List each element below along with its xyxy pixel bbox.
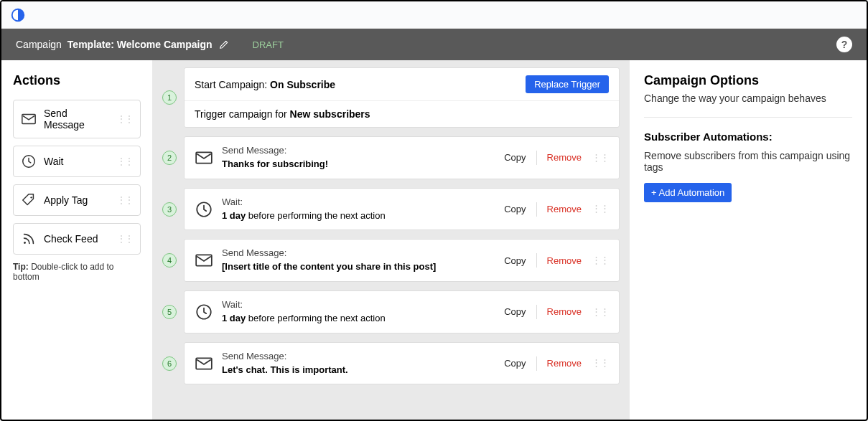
copy-button[interactable]: Copy	[504, 204, 526, 214]
automations-hint: Remove subscribers from this campaign us…	[644, 150, 852, 173]
pencil-icon[interactable]	[218, 39, 230, 50]
action-apply-tag[interactable]: Apply Tag ⋮⋮	[13, 184, 141, 216]
drag-handle-icon[interactable]: ⋮⋮	[592, 207, 609, 212]
start-body: Trigger campaign for New subscribers	[185, 101, 619, 127]
step-card[interactable]: Send Message:Thanks for subscribing!Copy…	[184, 136, 620, 179]
rss-icon	[21, 231, 37, 247]
step-text: Send Message:[Insert title of the conten…	[222, 247, 436, 274]
remove-button[interactable]: Remove	[547, 306, 582, 317]
action-send-message[interactable]: Send Message ⋮⋮	[13, 100, 141, 138]
separator	[536, 151, 537, 165]
drag-handle-icon[interactable]: ⋮⋮	[592, 310, 609, 315]
start-title: Start Campaign: On Subscribe	[195, 79, 335, 90]
clock-icon	[195, 303, 213, 321]
separator	[536, 305, 537, 319]
envelope-icon	[195, 251, 213, 270]
remove-button[interactable]: Remove	[547, 255, 582, 266]
drag-handle-icon[interactable]: ⋮⋮	[117, 114, 133, 124]
header-title: Template: Welcome Campaign	[67, 39, 213, 50]
drag-handle-icon[interactable]: ⋮⋮	[592, 156, 609, 161]
action-label: Check Feed	[44, 233, 98, 245]
step-number-5: 5	[162, 305, 177, 319]
options-heading: Campaign Options	[644, 73, 852, 88]
envelope-icon	[21, 111, 37, 127]
automations-heading: Subscriber Automations:	[644, 131, 852, 143]
step-number-2: 2	[162, 151, 177, 165]
drag-handle-icon[interactable]: ⋮⋮	[592, 361, 609, 366]
brand-logo-icon	[10, 7, 26, 23]
replace-trigger-button[interactable]: Replace Trigger	[526, 75, 609, 93]
campaign-options-panel: Campaign Options Change the way your cam…	[630, 60, 867, 420]
clock-icon	[195, 200, 213, 219]
step-number-4: 4	[162, 253, 177, 268]
divider	[644, 117, 852, 118]
step-number-3: 3	[162, 202, 177, 217]
action-label: Apply Tag	[44, 194, 88, 206]
copy-button[interactable]: Copy	[504, 306, 526, 317]
envelope-icon	[195, 148, 213, 167]
actions-sidebar: Actions Send Message ⋮⋮ Wait ⋮⋮ Apply Ta…	[1, 60, 152, 420]
start-campaign-card[interactable]: Start Campaign: On Subscribe Replace Tri…	[184, 67, 620, 128]
action-check-feed[interactable]: Check Feed ⋮⋮	[13, 223, 141, 255]
drag-handle-icon[interactable]: ⋮⋮	[117, 195, 133, 205]
copy-button[interactable]: Copy	[504, 255, 526, 266]
separator	[536, 202, 537, 217]
status-badge: DRAFT	[253, 39, 284, 50]
drag-handle-icon[interactable]: ⋮⋮	[592, 258, 609, 263]
clock-icon	[21, 153, 37, 169]
step-text: Send Message:Thanks for subscribing!	[222, 144, 328, 171]
copy-button[interactable]: Copy	[504, 358, 526, 369]
envelope-icon	[195, 354, 213, 373]
action-wait[interactable]: Wait ⋮⋮	[13, 146, 141, 177]
step-text: Wait:1 day before performing the next ac…	[222, 298, 386, 326]
action-label: Wait	[44, 156, 63, 167]
remove-button[interactable]: Remove	[547, 152, 582, 163]
drag-handle-icon[interactable]: ⋮⋮	[117, 156, 133, 166]
header-label: Campaign	[16, 39, 62, 50]
step-text: Wait:1 day before performing the next ac…	[222, 196, 386, 223]
campaign-header: Campaign Template: Welcome Campaign DRAF…	[1, 29, 867, 60]
separator	[536, 356, 537, 371]
step-number-1: 1	[162, 90, 177, 105]
tag-icon	[21, 192, 37, 208]
step-card[interactable]: Send Message:[Insert title of the conten…	[184, 239, 620, 282]
step-card[interactable]: Wait:1 day before performing the next ac…	[184, 188, 620, 231]
help-button[interactable]: ?	[836, 37, 852, 52]
step-number-6: 6	[162, 356, 177, 371]
top-logo-bar	[1, 1, 867, 29]
copy-button[interactable]: Copy	[504, 152, 526, 163]
sidebar-heading: Actions	[13, 73, 141, 88]
add-automation-button[interactable]: + Add Automation	[644, 183, 732, 202]
step-card[interactable]: Wait:1 day before performing the next ac…	[184, 290, 620, 334]
action-label: Send Message	[44, 108, 110, 131]
remove-button[interactable]: Remove	[547, 358, 582, 369]
separator	[536, 253, 537, 268]
sidebar-tip: Tip: Double-click to add to bottom	[13, 262, 141, 282]
remove-button[interactable]: Remove	[547, 204, 582, 214]
campaign-canvas: 1 Start Campaign: On Subscribe Replace T…	[152, 60, 630, 420]
step-text: Send Message:Let's chat. This is importa…	[222, 350, 348, 377]
drag-handle-icon[interactable]: ⋮⋮	[117, 234, 133, 244]
step-card[interactable]: Send Message:Let's chat. This is importa…	[184, 342, 620, 385]
options-sub: Change the way your campaign behaves	[644, 93, 852, 104]
